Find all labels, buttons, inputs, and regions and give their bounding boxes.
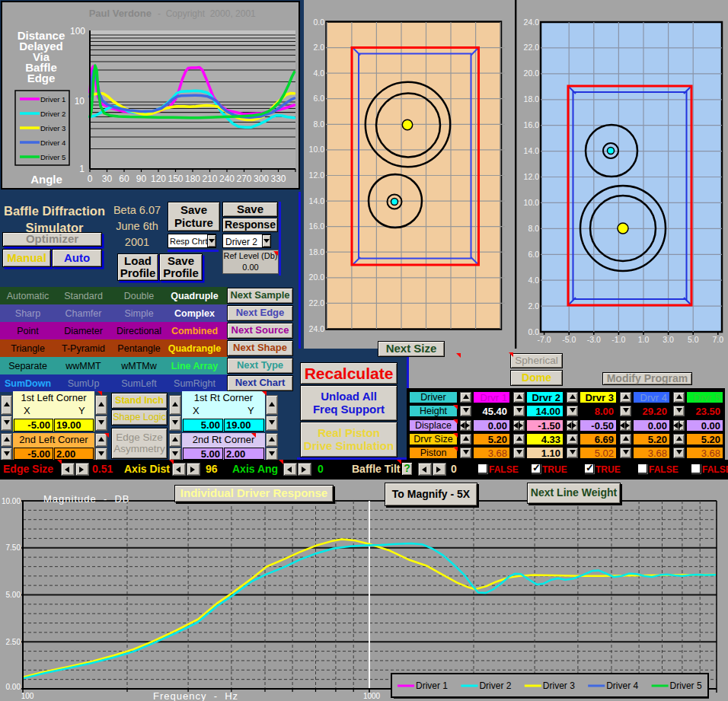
- svg-text:Driver 4: Driver 4: [40, 139, 65, 147]
- svg-text:16.0: 16.0: [524, 120, 540, 129]
- svg-text:2.0: 2.0: [313, 43, 324, 52]
- svg-text:22.0: 22.0: [309, 298, 325, 307]
- svg-text:300: 300: [254, 174, 269, 184]
- svg-text:0.0: 0.0: [313, 18, 324, 27]
- svg-text:240: 240: [219, 174, 235, 184]
- svg-text:16.0: 16.0: [309, 221, 325, 231]
- svg-text:Edge: Edge: [27, 72, 56, 84]
- svg-text:- Copyright 2000, 2001: - Copyright 2000, 2001: [158, 8, 256, 19]
- svg-text:Driver 3: Driver 3: [543, 680, 575, 691]
- svg-text:Driver 5: Driver 5: [40, 153, 65, 161]
- svg-text:Magnitude - DB: Magnitude - DB: [43, 493, 130, 505]
- svg-text:180: 180: [185, 174, 200, 184]
- svg-text:210: 210: [202, 174, 217, 184]
- svg-text:1000: 1000: [363, 692, 381, 700]
- svg-text:Driver 3: Driver 3: [40, 124, 65, 132]
- svg-text:30: 30: [102, 174, 113, 184]
- svg-text:Driver 1: Driver 1: [416, 680, 448, 691]
- svg-text:3.0: 3.0: [663, 335, 674, 344]
- svg-text:4.0: 4.0: [313, 69, 324, 78]
- svg-text:60: 60: [119, 174, 129, 184]
- svg-text:4.0: 4.0: [528, 276, 539, 285]
- svg-text:-5.0: -5.0: [562, 335, 576, 344]
- svg-text:22.0: 22.0: [524, 43, 540, 52]
- svg-text:Driver 2: Driver 2: [40, 110, 65, 118]
- svg-text:18.0: 18.0: [524, 94, 540, 104]
- svg-text:24.0: 24.0: [309, 324, 325, 333]
- svg-text:10.00: 10.00: [2, 497, 21, 505]
- svg-text:100: 100: [21, 692, 34, 700]
- svg-text:0: 0: [88, 174, 93, 184]
- svg-text:-7.0: -7.0: [538, 335, 551, 344]
- svg-text:14.0: 14.0: [524, 146, 540, 155]
- svg-text:6.0: 6.0: [528, 250, 539, 259]
- svg-text:12.0: 12.0: [524, 172, 540, 181]
- svg-text:Driver 1: Driver 1: [40, 95, 65, 104]
- svg-text:-1.0: -1.0: [611, 335, 625, 344]
- svg-text:-3.0: -3.0: [587, 335, 601, 344]
- svg-text:10: 10: [75, 96, 85, 107]
- svg-text:Driver 4: Driver 4: [606, 680, 638, 691]
- svg-text:120: 120: [151, 174, 166, 184]
- svg-text:10.0: 10.0: [309, 145, 325, 154]
- svg-text:1: 1: [79, 164, 85, 174]
- svg-text:5.00: 5.00: [6, 591, 21, 599]
- svg-text:270: 270: [236, 174, 251, 184]
- svg-text:5.0: 5.0: [688, 335, 699, 344]
- svg-text:Driver 5: Driver 5: [670, 680, 702, 691]
- svg-text:2.0: 2.0: [528, 301, 539, 311]
- svg-text:0.00: 0.00: [6, 683, 21, 691]
- svg-text:18.0: 18.0: [309, 247, 325, 257]
- svg-text:Frequency - Hz: Frequency - Hz: [153, 690, 238, 701]
- svg-text:2.50: 2.50: [6, 638, 21, 646]
- svg-text:8.0: 8.0: [313, 119, 324, 129]
- svg-text:24.0: 24.0: [524, 18, 540, 27]
- svg-text:12.0: 12.0: [309, 170, 325, 180]
- svg-text:330: 330: [270, 174, 286, 184]
- svg-text:Driver 2: Driver 2: [479, 680, 511, 691]
- svg-text:10.0: 10.0: [524, 198, 540, 207]
- svg-text:1.0: 1.0: [638, 335, 650, 344]
- svg-text:8.0: 8.0: [528, 224, 539, 233]
- svg-text:20.0: 20.0: [524, 69, 540, 78]
- svg-text:7.50: 7.50: [6, 543, 21, 552]
- svg-text:150: 150: [168, 174, 183, 184]
- svg-text:Paul Verdone: Paul Verdone: [89, 8, 152, 19]
- svg-text:100: 100: [70, 26, 85, 37]
- svg-text:6.0: 6.0: [313, 94, 324, 103]
- svg-text:90: 90: [136, 174, 147, 184]
- svg-text:Angle: Angle: [30, 173, 62, 186]
- svg-text:20.0: 20.0: [309, 272, 325, 282]
- svg-text:14.0: 14.0: [309, 196, 325, 206]
- svg-text:7.0: 7.0: [712, 335, 723, 344]
